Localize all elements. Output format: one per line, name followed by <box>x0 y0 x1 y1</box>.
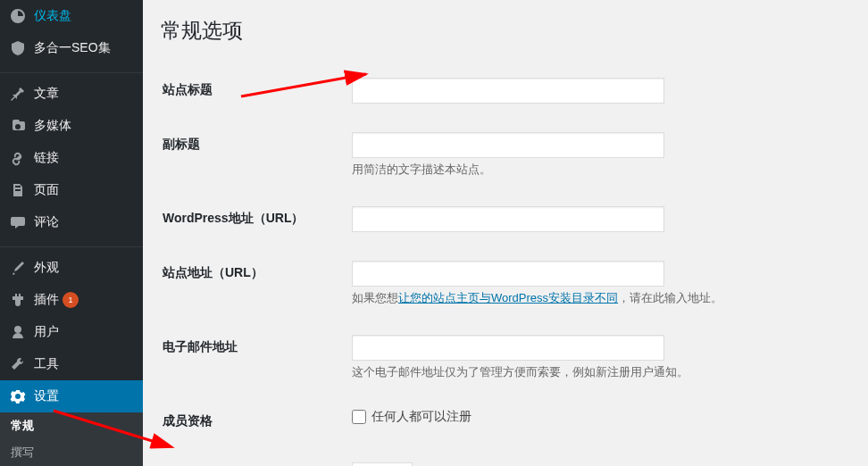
user-icon <box>9 323 27 341</box>
submenu-general[interactable]: 常规 <box>0 412 143 439</box>
menu-dashboard[interactable]: 仪表盘 <box>0 0 143 32</box>
admin-sidebar: 仪表盘 多合一SEO集 文章 多媒体 链接 页面 评论 外观 插件 1 用户 工 <box>0 0 143 466</box>
menu-posts[interactable]: 文章 <box>0 78 143 110</box>
label-tagline: 副标题 <box>163 119 341 191</box>
checkbox-membership[interactable] <box>352 410 366 424</box>
input-tagline[interactable] <box>352 132 664 158</box>
dashboard-icon <box>9 7 27 25</box>
comment-icon <box>9 213 27 231</box>
menu-comments[interactable]: 评论 <box>0 206 143 238</box>
label-membership: 成员资格 <box>163 395 341 447</box>
update-badge: 1 <box>63 292 79 308</box>
menu-separator <box>0 243 143 247</box>
menu-separator <box>0 69 143 73</box>
label-email: 电子邮件地址 <box>163 321 341 394</box>
settings-submenu: 常规 撰写 阅读 <box>0 412 143 466</box>
desc-site-url: 如果您想让您的站点主页与WordPress安装目录不同，请在此输入地址。 <box>352 290 839 306</box>
menu-appearance[interactable]: 外观 <box>0 252 143 284</box>
menu-links[interactable]: 链接 <box>0 142 143 174</box>
plugin-icon <box>9 291 27 309</box>
menu-label: 插件 <box>34 292 59 308</box>
media-icon <box>9 117 27 135</box>
desc-tagline: 用简洁的文字描述本站点。 <box>352 162 839 178</box>
menu-label: 文章 <box>34 86 59 102</box>
submenu-writing[interactable]: 撰写 <box>0 439 143 466</box>
menu-pages[interactable]: 页面 <box>0 174 143 206</box>
input-site-title[interactable] <box>352 78 664 104</box>
menu-settings[interactable]: 设置 <box>0 380 143 412</box>
menu-label: 多合一SEO集 <box>34 40 111 56</box>
checkbox-membership-label[interactable]: 任何人都可以注册 <box>352 409 839 425</box>
label-default-role: 新用户默认角色 <box>163 449 341 466</box>
menu-label: 仪表盘 <box>34 8 71 24</box>
menu-seo[interactable]: 多合一SEO集 <box>0 32 143 64</box>
menu-label: 外观 <box>34 260 59 276</box>
settings-icon <box>9 387 27 405</box>
link-site-url-help[interactable]: 让您的站点主页与WordPress安装目录不同 <box>398 291 618 304</box>
link-icon <box>9 149 27 167</box>
pin-icon <box>9 85 27 103</box>
desc-email: 这个电子邮件地址仅为了管理方便而索要，例如新注册用户通知。 <box>352 364 839 380</box>
input-site-url[interactable] <box>352 261 664 287</box>
menu-label: 设置 <box>34 388 59 404</box>
brush-icon <box>9 259 27 277</box>
select-default-role[interactable]: 订阅者 <box>352 462 413 466</box>
menu-tools[interactable]: 工具 <box>0 348 143 380</box>
menu-users[interactable]: 用户 <box>0 316 143 348</box>
tool-icon <box>9 355 27 373</box>
checkbox-text: 任何人都可以注册 <box>371 409 472 425</box>
shield-icon <box>9 39 27 57</box>
page-icon <box>9 181 27 199</box>
label-site-url: 站点地址（URL） <box>163 247 341 320</box>
menu-label: 用户 <box>34 324 59 340</box>
menu-plugins[interactable]: 插件 1 <box>0 284 143 316</box>
label-site-title: 站点标题 <box>163 64 341 117</box>
input-email[interactable] <box>352 335 664 361</box>
content-area: 常规选项 站点标题 副标题 用简洁的文字描述本站点。 WordPress地址（U… <box>143 0 868 466</box>
menu-label: 评论 <box>34 214 59 230</box>
page-title: 常规选项 <box>161 9 850 62</box>
label-wp-url: WordPress地址（URL） <box>163 193 341 245</box>
menu-label: 多媒体 <box>34 118 71 134</box>
input-wp-url[interactable] <box>352 206 664 232</box>
menu-label: 页面 <box>34 182 59 198</box>
settings-form: 站点标题 副标题 用简洁的文字描述本站点。 WordPress地址（URL） 站… <box>161 62 850 466</box>
menu-label: 工具 <box>34 356 59 372</box>
menu-media[interactable]: 多媒体 <box>0 110 143 142</box>
menu-label: 链接 <box>34 150 59 166</box>
